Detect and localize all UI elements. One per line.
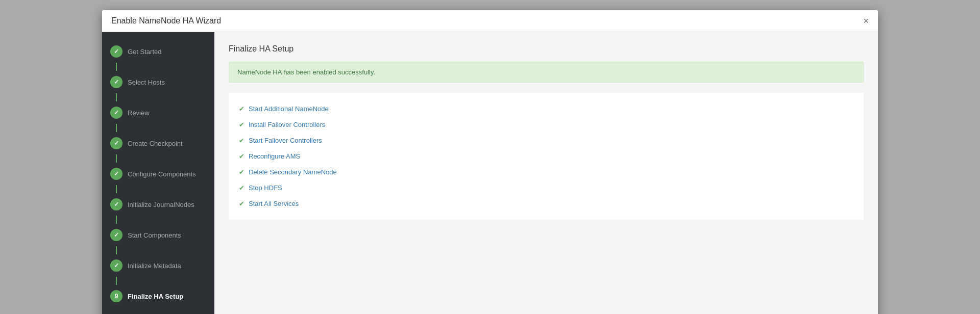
task-list: ✔ Start Additional NameNode ✔ Install Fa… (229, 93, 864, 220)
sidebar-item-review[interactable]: ✓ Review (102, 101, 214, 124)
task-item-reconfigure-ams: ✔ Reconfigure AMS (239, 148, 853, 164)
task-link-start-failover-controllers[interactable]: Start Failover Controllers (249, 137, 322, 144)
step-connector (116, 154, 117, 163)
sidebar-label-get-started: Get Started (128, 48, 161, 56)
task-item-install-failover-controllers: ✔ Install Failover Controllers (239, 117, 853, 133)
step-icon-initialize-journalnodes: ✓ (110, 198, 122, 211)
content-area: Finalize HA Setup NameNode HA has been e… (214, 32, 878, 314)
sidebar-label-initialize-metadata: Initialize Metadata (128, 262, 181, 270)
check-icon-stop-hdfs: ✔ (239, 184, 244, 192)
sidebar-item-initialize-metadata[interactable]: ✓ Initialize Metadata (102, 254, 214, 277)
step-icon-initialize-metadata: ✓ (110, 259, 122, 272)
modal-title: Enable NameNode HA Wizard (111, 16, 221, 25)
step-icon-create-checkpoint: ✓ (110, 137, 122, 149)
step-connector (116, 277, 117, 285)
check-icon-install-failover-controllers: ✔ (239, 121, 244, 128)
task-link-stop-hdfs[interactable]: Stop HDFS (249, 184, 282, 192)
content-title: Finalize HA Setup (229, 44, 864, 54)
check-icon-delete-secondary-namenode: ✔ (239, 168, 244, 176)
step-connector (116, 185, 117, 193)
step-connector (116, 63, 117, 71)
task-link-start-additional-namenode[interactable]: Start Additional NameNode (249, 105, 329, 113)
sidebar-item-initialize-journalnodes[interactable]: ✓ Initialize JournalNodes (102, 193, 214, 216)
step-connector (116, 216, 117, 224)
sidebar-label-configure-components: Configure Components (128, 170, 196, 178)
close-button[interactable]: × (863, 16, 869, 25)
step-connector (116, 246, 117, 254)
sidebar-item-get-started[interactable]: ✓ Get Started (102, 40, 214, 63)
step-connector (116, 93, 117, 101)
sidebar-label-select-hosts: Select Hosts (128, 78, 165, 86)
task-item-stop-hdfs: ✔ Stop HDFS (239, 180, 853, 196)
check-icon-start-all-services: ✔ (239, 200, 244, 207)
sidebar: ✓ Get Started ✓ Select Hosts ✓ Review ✓ … (102, 32, 214, 314)
sidebar-label-initialize-journalnodes: Initialize JournalNodes (128, 201, 194, 208)
step-icon-review: ✓ (110, 107, 122, 119)
task-item-start-failover-controllers: ✔ Start Failover Controllers (239, 133, 853, 148)
task-link-delete-secondary-namenode[interactable]: Delete Secondary NameNode (249, 168, 337, 176)
modal-header: Enable NameNode HA Wizard × (102, 10, 878, 32)
success-banner: NameNode HA has been enabled successfull… (229, 62, 864, 83)
step-icon-start-components: ✓ (110, 229, 122, 241)
modal: Enable NameNode HA Wizard × ✓ Get Starte… (102, 10, 878, 314)
sidebar-item-create-checkpoint[interactable]: ✓ Create Checkpoint (102, 132, 214, 154)
task-link-install-failover-controllers[interactable]: Install Failover Controllers (249, 121, 325, 128)
sidebar-item-finalize-ha-setup[interactable]: 9 Finalize HA Setup (102, 285, 214, 307)
task-item-start-all-services: ✔ Start All Services (239, 196, 853, 212)
task-item-delete-secondary-namenode: ✔ Delete Secondary NameNode (239, 164, 853, 180)
check-icon-start-failover-controllers: ✔ (239, 137, 244, 144)
sidebar-label-create-checkpoint: Create Checkpoint (128, 140, 183, 147)
task-item-start-additional-namenode: ✔ Start Additional NameNode (239, 101, 853, 117)
step-icon-select-hosts: ✓ (110, 76, 122, 88)
step-icon-finalize-ha-setup: 9 (110, 290, 122, 302)
sidebar-item-configure-components[interactable]: ✓ Configure Components (102, 163, 214, 185)
sidebar-item-select-hosts[interactable]: ✓ Select Hosts (102, 71, 214, 93)
step-connector (116, 124, 117, 132)
check-icon-start-additional-namenode: ✔ (239, 105, 244, 113)
task-link-reconfigure-ams[interactable]: Reconfigure AMS (249, 152, 300, 160)
main-content: Finalize HA Setup NameNode HA has been e… (214, 32, 878, 314)
success-message: NameNode HA has been enabled successfull… (237, 68, 375, 76)
check-icon-reconfigure-ams: ✔ (239, 152, 244, 160)
sidebar-label-finalize-ha-setup: Finalize HA Setup (128, 293, 183, 300)
sidebar-label-start-components: Start Components (128, 231, 181, 239)
step-icon-get-started: ✓ (110, 45, 122, 58)
sidebar-item-start-components[interactable]: ✓ Start Components (102, 224, 214, 246)
task-link-start-all-services[interactable]: Start All Services (249, 200, 299, 207)
modal-body: ✓ Get Started ✓ Select Hosts ✓ Review ✓ … (102, 32, 878, 314)
sidebar-label-review: Review (128, 109, 150, 117)
step-icon-configure-components: ✓ (110, 168, 122, 180)
